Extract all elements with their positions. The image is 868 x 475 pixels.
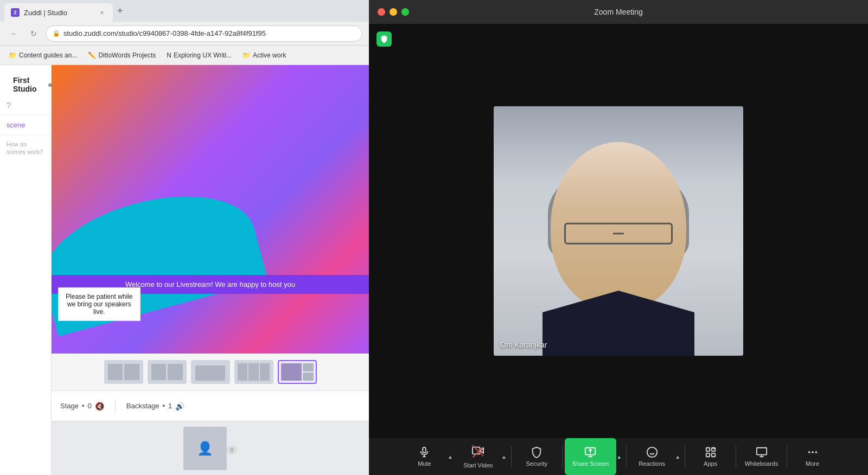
bookmark-edit-icon: ✏️ (88, 52, 96, 59)
bookmark-active-work[interactable]: 📁 Active work (238, 49, 290, 61)
dot-separator: • (82, 402, 85, 410)
scene-label: scene (7, 121, 25, 129)
sidebar-scenes-help: How do scenes work? (0, 137, 51, 159)
reactions-icon (646, 446, 658, 458)
tab-close-button[interactable]: × (98, 8, 106, 17)
toolbar-divider-5 (736, 446, 736, 467)
fullscreen-window-button[interactable] (401, 8, 409, 16)
svg-marker-8 (480, 448, 483, 453)
layout-thumb-3[interactable] (191, 360, 230, 384)
stage-label: Stage (60, 402, 79, 410)
face-container (494, 106, 743, 356)
minimize-window-button[interactable] (390, 8, 397, 16)
bookmark-label: Content guides an... (19, 52, 77, 59)
bookmark-label: DittoWords Projects (98, 52, 156, 59)
more-label: More (806, 460, 819, 467)
face-suit (542, 291, 694, 356)
speaker-tile[interactable]: 👤 (183, 427, 227, 470)
whiteboards-icon (756, 446, 768, 458)
question-mark: ? (7, 101, 11, 110)
zuddl-content: First Studio ? scene How do scenes work? (0, 65, 369, 475)
speaker-count-badge: 0 (227, 446, 237, 454)
address-bar: ← ↻ 🔒 studio.zuddl.com/studio/c9940867-0… (0, 22, 369, 46)
layout-thumb-4[interactable] (234, 360, 273, 384)
sidebar-help[interactable]: ? (0, 98, 51, 113)
share-screen-label: Share Screen (572, 460, 609, 467)
new-tab-button[interactable]: + (113, 5, 127, 17)
svg-point-26 (808, 451, 810, 453)
lock-icon: 🔒 (53, 30, 60, 37)
svg-point-27 (812, 451, 814, 453)
speaker-avatar-placeholder: 👤 (197, 441, 213, 456)
toolbar-divider-6 (787, 446, 787, 467)
active-tab[interactable]: Z Zuddl | Studio × (4, 3, 113, 22)
tab-favicon: Z (11, 8, 20, 17)
security-button[interactable]: Security (514, 438, 560, 475)
face-glasses (564, 223, 673, 245)
svg-rect-5 (423, 447, 426, 453)
stage-bottom-bar: Stage • 0 🔇 Backstage • 1 🔊 (52, 390, 369, 421)
video-label: Start Video (463, 462, 493, 468)
bookmarks-bar: 📁 Content guides an... ✏️ DittoWords Pro… (0, 46, 369, 65)
bookmark-label: Active work (253, 52, 286, 59)
participant-name: Om Karanjkar (500, 341, 547, 349)
layout-thumb-5[interactable] (278, 360, 317, 384)
zuddl-sidebar: First Studio ? scene How do scenes work? (0, 65, 52, 475)
bookmark-ditto[interactable]: ✏️ DittoWords Projects (84, 49, 160, 61)
reactions-button[interactable]: Reactions (629, 438, 675, 475)
bookmark-notion-icon: N (167, 52, 171, 59)
count-divider (115, 400, 116, 413)
toolbar-divider-2 (562, 446, 563, 467)
chrome-titlebar: Z Zuddl | Studio × + (0, 0, 369, 22)
layout-thumb-1[interactable] (104, 360, 143, 384)
address-input[interactable]: 🔒 studio.zuddl.com/studio/c9940867-0398-… (46, 25, 362, 42)
zoom-security-shield[interactable] (376, 31, 392, 47)
mic-icon (418, 446, 430, 458)
backstage-mute-icon[interactable]: 🔊 (175, 402, 184, 410)
security-label: Security (526, 460, 547, 467)
glasses-bridge (613, 233, 624, 234)
speaker-tile-area: 👤 0 (52, 421, 369, 475)
traffic-lights (378, 8, 409, 16)
apps-label: Apps (704, 460, 717, 467)
svg-rect-19 (706, 453, 709, 457)
bookmark-content-guides[interactable]: 📁 Content guides an... (4, 49, 81, 61)
more-button[interactable]: More (789, 438, 835, 475)
zoom-toolbar: Mute ▲ Start Video ▲ Security (369, 438, 868, 475)
svg-rect-17 (706, 448, 709, 451)
reload-button[interactable]: ↻ (26, 26, 41, 41)
window-title: Zoom Meeting (594, 8, 642, 16)
tab-strip: Z Zuddl | Studio × + (4, 0, 365, 22)
more-icon (807, 446, 819, 458)
zoom-meeting-area: Om Karanjkar (369, 24, 868, 438)
svg-rect-20 (711, 453, 714, 457)
svg-point-28 (815, 451, 817, 453)
stage-mute-icon[interactable]: 🔇 (95, 402, 104, 410)
backstage-number: 1 (168, 402, 172, 410)
backstage-label: Backstage (126, 402, 159, 410)
bookmark-label: Exploring UX Writi... (174, 52, 232, 59)
sidebar-scene-link[interactable]: scene (0, 118, 51, 132)
close-window-button[interactable] (378, 8, 385, 16)
apps-button[interactable]: Apps (687, 438, 733, 475)
mute-button[interactable]: Mute (401, 438, 448, 475)
toolbar-divider-1 (511, 446, 512, 467)
bookmark-notion[interactable]: N Exploring UX Writi... (162, 49, 236, 61)
tab-title: Zuddl | Studio (24, 9, 67, 17)
video-slash-icon (472, 445, 484, 460)
stage-number: 0 (88, 402, 92, 410)
patience-banner: Please be patient while we bring our spe… (58, 287, 141, 321)
dot-separator2: • (162, 402, 165, 410)
mute-label: Mute (418, 460, 431, 467)
svg-point-14 (647, 447, 656, 457)
layout-thumb-2[interactable] (148, 360, 187, 384)
start-video-button[interactable]: Start Video (455, 438, 501, 475)
zuddl-main: Welcome to our Livestream! We are happy … (52, 65, 369, 475)
share-screen-button[interactable]: Share Screen (565, 438, 616, 475)
toolbar-divider-4 (685, 446, 685, 467)
bookmark-folder-icon: 📁 (9, 52, 17, 59)
security-icon (531, 446, 542, 458)
whiteboards-button[interactable]: Whiteboards (738, 438, 784, 475)
reactions-label: Reactions (639, 460, 665, 467)
back-button[interactable]: ← (7, 26, 22, 41)
